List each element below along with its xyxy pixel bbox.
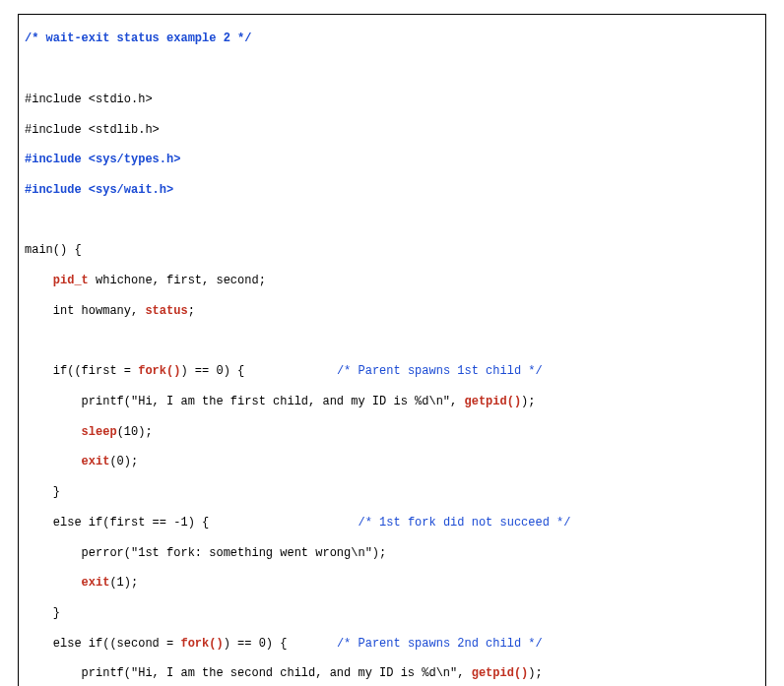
code-keyword: getpid(): [472, 666, 529, 680]
code-keyword: fork(): [180, 637, 223, 651]
code-comment: /* Parent spawns 2nd child */: [337, 637, 543, 651]
code-text: [25, 455, 82, 468]
code-text: }: [25, 485, 60, 499]
code-text: whichone, first, second;: [89, 274, 266, 287]
code-text: #include: [25, 183, 89, 197]
code-pad: [209, 516, 358, 530]
code-text: );: [528, 666, 542, 680]
code-keyword: sleep: [82, 425, 117, 439]
code-text: printf("Hi, I am the first child, and my…: [25, 395, 464, 408]
code-text: if((first =: [25, 364, 138, 378]
code-comment: /* Parent spawns 1st child */: [337, 364, 543, 378]
code-text: [25, 576, 82, 590]
code-pad: [287, 637, 336, 651]
code-text: );: [521, 395, 535, 408]
code-text: perror("1st fork: something went wrong\n…: [25, 546, 386, 560]
code-keyword: getpid(): [464, 395, 521, 408]
code-listing: /* wait-exit status example 2 */ #includ…: [18, 14, 766, 686]
code-text: else if((second =: [25, 637, 180, 651]
code-text: else if(first == -1) {: [25, 516, 209, 530]
code-keyword: exit: [82, 576, 110, 590]
code-text: <sys/types.h>: [89, 153, 181, 166]
code-text: [25, 425, 82, 439]
page: /* wait-exit status example 2 */ #includ…: [0, 0, 784, 686]
code-text: ) == 0) {: [180, 364, 244, 378]
code-text: ;: [188, 304, 195, 318]
code-text: main() {: [25, 243, 82, 257]
code-text: #include <stdlib.h>: [25, 123, 160, 137]
code-text: }: [25, 606, 60, 620]
code-keyword: fork(): [138, 364, 180, 378]
code-text: printf("Hi, I am the second child, and m…: [25, 666, 472, 680]
code-text: ) == 0) {: [224, 637, 288, 651]
code-text: #include: [25, 153, 89, 166]
code-pad: [244, 364, 337, 378]
code-keyword: pid_t: [53, 274, 89, 287]
code-text: #include <stdio.h>: [25, 93, 153, 106]
code-text: (0);: [109, 455, 138, 468]
code-keyword: exit: [82, 455, 110, 468]
code-text: (1);: [109, 576, 138, 590]
code-comment: /* 1st fork did not succeed */: [358, 516, 570, 530]
code-text: [25, 274, 53, 287]
code-text: <sys/wait.h>: [89, 183, 173, 197]
code-text: int howmany,: [25, 304, 145, 318]
code-keyword: status: [145, 304, 187, 318]
code-text: (10);: [117, 425, 153, 439]
code-title-comment: /* wait-exit status example 2 */: [25, 31, 251, 45]
